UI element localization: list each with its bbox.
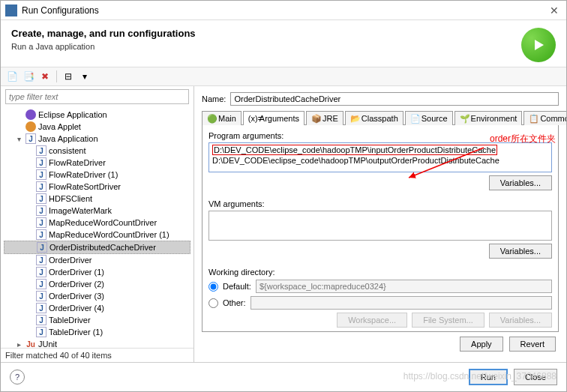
- run-big-icon: [521, 28, 556, 62]
- close-button[interactable]: Close: [514, 369, 557, 385]
- tab-classpath[interactable]: 📂Classpath: [345, 111, 404, 125]
- tree-item[interactable]: JMapReduceWordCountDriver: [4, 217, 190, 229]
- vm-args-label: VM arguments:: [208, 199, 552, 208]
- highlighted-path: D:\DEV_CODE\eclipse_code\hadoopTMP\input…: [212, 145, 497, 155]
- default-label: Default:: [223, 282, 251, 291]
- default-path: [256, 280, 552, 293]
- tree-item[interactable]: Java Applet: [4, 121, 190, 133]
- svg-marker-0: [535, 40, 544, 50]
- duplicate-icon[interactable]: 📑: [22, 70, 35, 83]
- tree-item[interactable]: ▸JuJUnit: [4, 338, 190, 348]
- delete-icon[interactable]: ✖: [38, 70, 52, 83]
- name-label: Name:: [202, 94, 226, 103]
- tree-item[interactable]: JOrderDriver (3): [4, 290, 190, 302]
- tree-item[interactable]: Eclipse Application: [4, 109, 190, 121]
- tree-item[interactable]: JHDFSClient: [4, 193, 190, 205]
- working-dir-label: Working directory:: [208, 268, 552, 277]
- name-input[interactable]: [230, 92, 559, 106]
- help-icon[interactable]: ?: [10, 370, 25, 385]
- other-radio[interactable]: [208, 298, 218, 308]
- tree-item[interactable]: JTableDriver: [4, 314, 190, 326]
- vm-args-input[interactable]: [208, 211, 552, 241]
- header-subtitle: Run a Java application: [11, 42, 521, 51]
- tree-item[interactable]: ▾JJava Application: [4, 133, 190, 145]
- program-variables-button[interactable]: Variables...: [489, 175, 552, 190]
- app-icon: [5, 4, 17, 16]
- tab-source[interactable]: 📄Source: [405, 111, 453, 125]
- tree-item[interactable]: JImageWaterMark: [4, 205, 190, 217]
- tree-item[interactable]: JMapReduceWordCountDriver (1): [4, 229, 190, 241]
- window-title: Run Configurations: [22, 5, 547, 16]
- program-args-input[interactable]: D:\DEV_CODE\eclipse_code\hadoopTMP\input…: [208, 142, 552, 172]
- tree-item[interactable]: JFlowRateDriver (1): [4, 169, 190, 181]
- workspace-button[interactable]: Workspace...: [337, 313, 407, 328]
- tree-item[interactable]: JFlowRateSortDriver: [4, 181, 190, 193]
- tree-item[interactable]: JOrderDriver: [4, 254, 190, 266]
- tab-arguments[interactable]: (x)=Arguments: [243, 111, 304, 125]
- tree-item[interactable]: JOrderDriver (4): [4, 302, 190, 314]
- filter-icon[interactable]: ▾: [78, 70, 92, 83]
- tree-item[interactable]: JOrderDriver (2): [4, 278, 190, 290]
- header-title: Create, manage, and run configurations: [11, 28, 521, 39]
- other-path: [250, 296, 552, 310]
- other-label: Other:: [223, 298, 246, 307]
- filter-status: Filter matched 40 of 40 items: [1, 348, 194, 362]
- run-button[interactable]: Run: [469, 369, 508, 385]
- tree-item[interactable]: JTableDriver (1): [4, 326, 190, 338]
- program-args-label: Program arguments:: [208, 131, 552, 140]
- config-tree[interactable]: Eclipse ApplicationJava Applet▾JJava App…: [1, 107, 194, 348]
- collapse-icon[interactable]: ⊟: [62, 70, 75, 83]
- header: Create, manage, and run configurations R…: [1, 20, 566, 67]
- close-icon[interactable]: ✕: [547, 4, 562, 16]
- default-radio[interactable]: [208, 282, 218, 292]
- apply-button[interactable]: Apply: [460, 337, 503, 352]
- new-config-icon[interactable]: 📄: [5, 70, 19, 83]
- vm-variables-button[interactable]: Variables...: [489, 244, 552, 259]
- tree-item[interactable]: JOrderDistributedCacheDriver: [4, 241, 190, 254]
- tabs-row: 🟢Main(x)=Arguments📦JRE📂Classpath📄Source🌱…: [202, 110, 559, 125]
- tree-item[interactable]: JOrderDriver (1): [4, 266, 190, 278]
- revert-button[interactable]: Revert: [509, 337, 556, 352]
- tree-item[interactable]: JFlowRateDriver: [4, 157, 190, 169]
- titlebar: Run Configurations ✕: [1, 1, 566, 20]
- tab-main[interactable]: 🟢Main: [202, 111, 242, 125]
- filesystem-button[interactable]: File System...: [412, 313, 484, 328]
- wd-variables-button[interactable]: Variables...: [489, 313, 552, 328]
- tree-item[interactable]: Jconsistent: [4, 145, 190, 157]
- tab-environment[interactable]: 🌱Environment: [454, 111, 523, 125]
- tab-common[interactable]: 📋Common: [524, 111, 566, 125]
- filter-input[interactable]: [5, 89, 189, 104]
- left-toolbar: 📄 📑 ✖ ⊟ ▾: [1, 67, 566, 86]
- tab-jre[interactable]: 📦JRE: [306, 111, 344, 125]
